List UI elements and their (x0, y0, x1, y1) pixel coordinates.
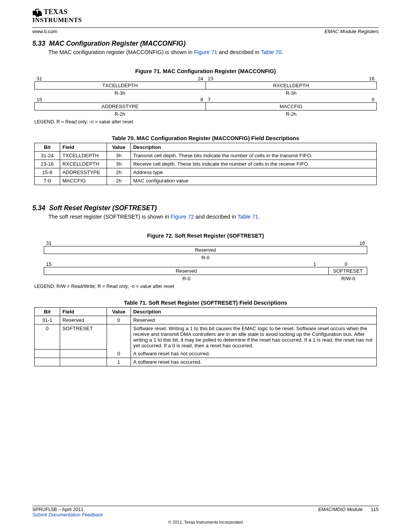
footer-copyright: © 2011, Texas Instruments Incorporated (32, 520, 379, 524)
table-row: 1A software reset has occurred. (35, 358, 377, 366)
footer-page-number: 115 (371, 507, 379, 512)
page-footer: SPRUFL5B – April 2011 Submit Documentati… (32, 506, 379, 524)
figure-71-register: 31 24 23 16 TXCELLDEPTH RXCELLDEPTH R-3h… (34, 76, 377, 118)
table-71: Bit Field Value Description 31-1Reserved… (34, 307, 377, 366)
figure-72-legend: LEGEND: R/W = Read/Write; R = Read only;… (34, 284, 379, 289)
link-table-70[interactable]: Table 70 (261, 49, 282, 55)
table-70: Bit Field Value Description 31-24TXCELLD… (34, 143, 377, 185)
figure-72-register: 31 16 Reserved R-0 15 1 0 Reserved SOFTR… (44, 240, 367, 282)
link-table-71[interactable]: Table 71 (237, 214, 258, 220)
header-section: EMAC Module Registers (325, 29, 379, 34)
footer-docid: SPRUFL5B – April 2011 (32, 507, 83, 512)
table-row: 0A software reset has not occurred. (35, 350, 377, 358)
table-row: 0SOFTRESETSoftware reset. Writing a 1 to… (35, 324, 377, 350)
table-row: 31-1Reserved0Reserved (35, 316, 377, 324)
ti-logo: TEXAS INSTRUMENTS (32, 8, 379, 24)
header-rule (32, 27, 379, 28)
table-70-caption: Table 70. MAC Configuration Register (MA… (32, 135, 379, 141)
section-5-33-title: 5.33MAC Configuration Register (MACCONFI… (32, 40, 379, 48)
figure-72-caption: Figure 72. Soft Reset Register (SOFTRESE… (32, 233, 379, 239)
section-5-34-title: 5.34Soft Reset Register (SOFTRESET) (32, 204, 379, 212)
table-row: 23-16RXCELLDEPTH3hReceive cell depth. Th… (35, 160, 377, 168)
footer-module: EMAC/MDIO Module (318, 507, 363, 512)
header-url[interactable]: www.ti.com (32, 29, 57, 34)
figure-71-legend: LEGEND: R = Read only; -n = value after … (34, 119, 379, 125)
link-figure-72[interactable]: Figure 72 (171, 214, 194, 220)
section-5-33-text: The MAC configuration register (MACCONFI… (48, 49, 379, 55)
link-figure-71[interactable]: Figure 71 (194, 49, 217, 55)
table-row: 15-8ADDRESSTYPE2hAddress type (35, 168, 377, 176)
table-row: 7-0MACCFIG2hMAC configuration value (35, 176, 377, 185)
table-row: 31-24TXCELLDEPTH3hTransmit cell depth. T… (35, 151, 377, 160)
figure-71-caption: Figure 71. MAC Configuration Register (M… (32, 68, 379, 74)
table-71-caption: Table 71. Soft Reset Register (SOFTRESET… (32, 300, 379, 306)
section-5-34-text: The soft reset register (SOFTRESET) is s… (48, 214, 379, 220)
footer-feedback-link[interactable]: Submit Documentation Feedback (32, 512, 103, 518)
